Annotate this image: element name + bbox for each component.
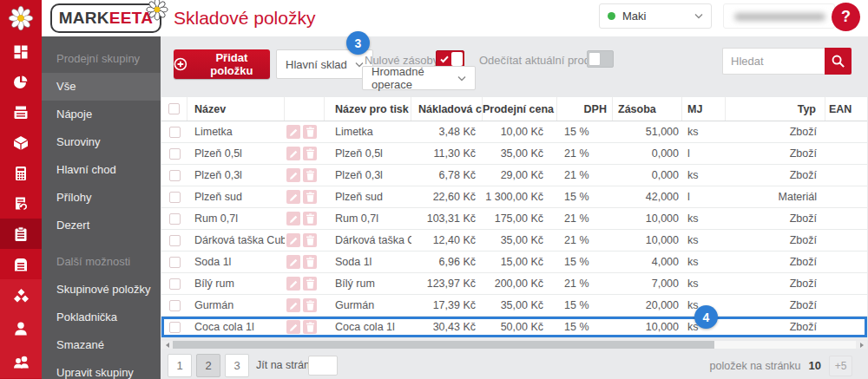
col-header-vat[interactable]: DPH [557, 97, 613, 121]
col-header-price[interactable]: Prodejní cena [483, 97, 557, 121]
scroll-left-arrow[interactable] [161, 341, 173, 349]
people-icon[interactable] [0, 345, 42, 378]
clipboard-list-icon[interactable] [0, 219, 42, 249]
edit-icon[interactable] [286, 125, 300, 139]
account-select[interactable]: Maki [599, 3, 712, 29]
col-header-print-name[interactable]: Název pro tisk [325, 97, 411, 121]
page-button[interactable]: 2 [196, 354, 220, 377]
cell-vat: 21 % [557, 143, 613, 164]
sidebar-item[interactable]: Upravit skupiny [42, 359, 161, 379]
delete-icon[interactable] [303, 147, 317, 160]
edit-icon[interactable] [286, 255, 300, 269]
row-checkbox-cell [161, 143, 187, 164]
table-row[interactable]: Coca cola 1l Coca cola 1l 30,43 Kč 50,00… [161, 317, 867, 338]
delete-icon[interactable] [303, 233, 317, 247]
row-checkbox[interactable] [169, 300, 181, 311]
col-header-unit[interactable]: MJ [682, 97, 726, 121]
delete-icon[interactable] [303, 255, 317, 269]
sidebar-item[interactable]: Přílohy [42, 184, 161, 212]
delete-icon[interactable] [303, 277, 317, 291]
table-row[interactable]: Plzeň 0,3l Plzeň 0,3l 6,78 Kč 29,00 Kč 2… [161, 165, 867, 186]
cell-price: 175,00 Kč [483, 208, 557, 229]
row-checkbox-cell [161, 165, 187, 186]
edit-icon[interactable] [286, 147, 300, 160]
row-checkbox[interactable] [169, 322, 181, 333]
sidebar-item[interactable]: Smazané [42, 331, 161, 359]
sidebar-item[interactable]: Suroviny [42, 128, 161, 156]
select-all-checkbox[interactable] [168, 103, 180, 114]
redacted-user-info[interactable] [723, 3, 835, 29]
sidebar-item[interactable]: Skupinové položky [42, 276, 161, 304]
edit-icon[interactable] [286, 212, 300, 225]
edit-icon[interactable] [286, 277, 300, 291]
row-checkbox[interactable] [169, 235, 181, 246]
row-checkbox[interactable] [169, 170, 181, 181]
table-row[interactable]: Gurmán Gurmán 17,39 Kč 35,00 Kč 15 % 20,… [161, 295, 867, 317]
col-header-cost[interactable]: Nákladová ce... [411, 97, 483, 121]
cell-vat: 15 % [557, 121, 613, 142]
col-header-type[interactable]: Typ [726, 97, 825, 121]
printer-icon[interactable] [0, 97, 42, 127]
document-return-icon[interactable] [0, 188, 42, 219]
table-row[interactable]: Dárková taška Cuba libre Dárková taška C… [161, 230, 867, 252]
scroll-right-arrow[interactable] [856, 341, 867, 349]
per-page-add-button[interactable]: +5 [829, 356, 852, 376]
row-checkbox[interactable] [169, 192, 181, 203]
row-checkbox[interactable] [169, 257, 181, 268]
cell-print-name: Limetka [325, 121, 411, 142]
stacked-cubes-icon[interactable] [0, 279, 42, 312]
icon-rail [0, 0, 42, 379]
person-icon[interactable] [0, 312, 42, 345]
deduct-sales-toggle[interactable] [587, 50, 614, 68]
sidebar-item[interactable]: Nápoje [42, 101, 161, 128]
delete-icon[interactable] [303, 168, 317, 182]
col-header-ean[interactable]: EAN [825, 97, 867, 121]
cell-ean [825, 295, 867, 316]
delete-icon[interactable] [303, 190, 317, 204]
delete-icon[interactable] [303, 125, 317, 139]
cube-icon[interactable] [0, 127, 42, 158]
cell-type: Zboží [726, 121, 825, 142]
cash-drawer-icon[interactable] [0, 249, 42, 279]
delete-icon[interactable] [303, 320, 317, 334]
row-checkbox[interactable] [169, 127, 181, 138]
sidebar-item[interactable]: Pokladnička [42, 304, 161, 331]
row-checkbox[interactable] [169, 278, 181, 290]
calculator-icon[interactable] [0, 158, 42, 188]
table-row[interactable]: Soda 1l Soda 1l 6,96 Kč 15,00 Kč 15 % 4,… [161, 252, 867, 273]
help-button[interactable]: ? [832, 3, 860, 31]
table-row[interactable]: Plzeň 0,5l Plzeň 0,5l 11,30 Kč 35,00 Kč … [161, 143, 867, 165]
edit-icon[interactable] [286, 168, 300, 182]
cell-vat: 21 % [557, 165, 613, 186]
delete-icon[interactable] [303, 212, 317, 225]
scrollbar-thumb[interactable] [173, 341, 714, 349]
sidebar-item[interactable]: Vše [42, 73, 161, 101]
table-row[interactable]: Rum 0,7l Rum 0,7l 103,31 Kč 175,00 Kč 21… [161, 208, 867, 230]
add-item-button[interactable]: Přidat položku [174, 49, 270, 79]
deduct-sales-label: Odečítat aktuální prodej [479, 54, 599, 67]
edit-icon[interactable] [286, 233, 300, 247]
row-checkbox[interactable] [169, 213, 181, 225]
dashboard-grid-icon[interactable] [0, 36, 42, 67]
edit-icon[interactable] [286, 320, 300, 334]
search-input[interactable] [722, 48, 825, 75]
table-row[interactable]: Plzeň sud Plzeň sud 22,60 Kč 1 300,00 Kč… [161, 186, 867, 208]
delete-icon[interactable] [303, 298, 317, 312]
page-button[interactable]: 1 [168, 354, 192, 377]
col-header-stock[interactable]: Zásoba [613, 97, 682, 121]
edit-icon[interactable] [286, 190, 300, 204]
goto-page-input[interactable] [308, 356, 338, 376]
edit-icon[interactable] [286, 298, 300, 312]
row-checkbox[interactable] [169, 148, 181, 160]
table-row[interactable]: Limetka Limetka 3,48 Kč 10,00 Kč 15 % 51… [161, 121, 867, 143]
bulk-operations-select[interactable]: Hromadné operace [362, 66, 476, 90]
sidebar-item[interactable]: Dezert [42, 212, 161, 239]
page-button[interactable]: 3 [225, 354, 249, 377]
cell-stock: 51,000 [613, 121, 682, 142]
search-button[interactable] [825, 48, 852, 75]
sidebar-item[interactable]: Hlavní chod [42, 156, 161, 184]
col-header-name[interactable]: Název [187, 97, 285, 121]
table-row[interactable]: Bílý rum Bílý rum 123,97 Kč 200,00 Kč 21… [161, 273, 867, 295]
pie-chart-icon[interactable] [0, 67, 42, 97]
cell-cost: 11,30 Kč [411, 143, 483, 164]
